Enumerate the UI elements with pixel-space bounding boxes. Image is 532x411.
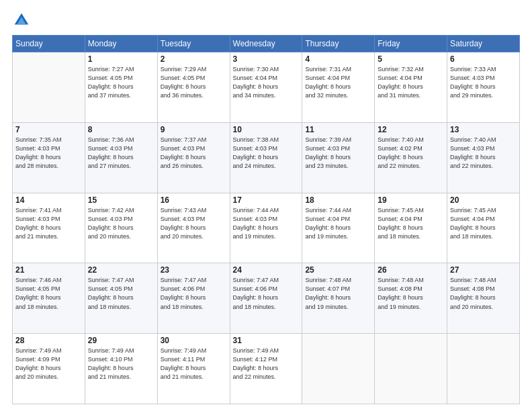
cell-info: Sunrise: 7:48 AMSunset: 4:07 PMDaylight:… [305,276,371,311]
cell-info: Sunrise: 7:49 AMSunset: 4:12 PMDaylight:… [233,347,300,381]
day-number: 12 [378,125,444,134]
day-number: 19 [378,195,444,205]
day-number: 30 [161,336,227,345]
day-header-monday: Monday [85,36,157,52]
calendar-cell: 7Sunrise: 7:35 AMSunset: 4:03 PMDaylight… [13,122,85,193]
cell-info: Sunrise: 7:41 AMSunset: 4:03 PMDaylight:… [15,206,82,241]
calendar-cell: 26Sunrise: 7:48 AMSunset: 4:08 PMDayligh… [375,263,447,334]
calendar-cell: 13Sunrise: 7:40 AMSunset: 4:03 PMDayligh… [447,122,520,193]
cell-info: Sunrise: 7:40 AMSunset: 4:02 PMDaylight:… [378,136,444,171]
calendar-cell: 9Sunrise: 7:37 AMSunset: 4:03 PMDaylight… [157,122,230,193]
day-number: 8 [88,125,154,134]
cell-info: Sunrise: 7:48 AMSunset: 4:08 PMDaylight:… [378,276,444,311]
day-number: 10 [233,125,300,134]
cell-info: Sunrise: 7:27 AMSunset: 4:05 PMDaylight:… [88,65,154,100]
calendar-cell: 12Sunrise: 7:40 AMSunset: 4:02 PMDayligh… [375,122,447,193]
calendar-cell: 20Sunrise: 7:45 AMSunset: 4:04 PMDayligh… [447,193,520,263]
cell-info: Sunrise: 7:46 AMSunset: 4:05 PMDaylight:… [15,276,82,311]
calendar-cell: 31Sunrise: 7:49 AMSunset: 4:12 PMDayligh… [230,334,302,404]
day-number: 15 [88,195,154,205]
calendar-cell: 5Sunrise: 7:32 AMSunset: 4:04 PMDaylight… [375,52,447,123]
cell-info: Sunrise: 7:42 AMSunset: 4:03 PMDaylight:… [88,206,154,241]
calendar-cell [375,334,447,404]
calendar-cell: 11Sunrise: 7:39 AMSunset: 4:03 PMDayligh… [302,122,375,193]
calendar-cell: 22Sunrise: 7:47 AMSunset: 4:05 PMDayligh… [85,263,157,334]
calendar-week-4: 21Sunrise: 7:46 AMSunset: 4:05 PMDayligh… [13,263,520,334]
calendar-cell: 6Sunrise: 7:33 AMSunset: 4:03 PMDaylight… [447,52,520,123]
day-number: 17 [233,195,300,205]
calendar-cell: 8Sunrise: 7:36 AMSunset: 4:03 PMDaylight… [85,122,157,193]
calendar-cell: 19Sunrise: 7:45 AMSunset: 4:04 PMDayligh… [375,193,447,263]
calendar-week-3: 14Sunrise: 7:41 AMSunset: 4:03 PMDayligh… [13,193,520,263]
calendar-table: SundayMondayTuesdayWednesdayThursdayFrid… [12,35,520,404]
day-number: 23 [161,265,227,275]
day-number: 5 [378,54,444,64]
day-number: 7 [15,125,82,134]
calendar-cell: 25Sunrise: 7:48 AMSunset: 4:07 PMDayligh… [302,263,375,334]
calendar-week-5: 28Sunrise: 7:49 AMSunset: 4:09 PMDayligh… [13,334,520,404]
calendar-cell: 16Sunrise: 7:43 AMSunset: 4:03 PMDayligh… [157,193,230,263]
cell-info: Sunrise: 7:31 AMSunset: 4:04 PMDaylight:… [305,65,371,100]
logo-icon [12,11,31,30]
cell-info: Sunrise: 7:37 AMSunset: 4:03 PMDaylight:… [161,136,227,171]
day-number: 9 [161,125,227,134]
day-header-saturday: Saturday [447,36,520,52]
calendar-cell: 4Sunrise: 7:31 AMSunset: 4:04 PMDaylight… [302,52,375,123]
cell-info: Sunrise: 7:48 AMSunset: 4:08 PMDaylight:… [450,276,517,311]
cell-info: Sunrise: 7:30 AMSunset: 4:04 PMDaylight:… [233,65,300,100]
day-number: 22 [88,265,154,275]
cell-info: Sunrise: 7:49 AMSunset: 4:11 PMDaylight:… [161,347,227,381]
page: SundayMondayTuesdayWednesdayThursdayFrid… [0,0,532,411]
calendar-week-1: 1Sunrise: 7:27 AMSunset: 4:05 PMDaylight… [13,52,520,123]
day-number: 16 [161,195,227,205]
day-number: 14 [15,195,82,205]
calendar-cell [302,334,375,404]
day-header-tuesday: Tuesday [157,36,230,52]
cell-info: Sunrise: 7:49 AMSunset: 4:09 PMDaylight:… [15,347,82,381]
cell-info: Sunrise: 7:47 AMSunset: 4:06 PMDaylight:… [233,276,300,311]
header [12,11,520,30]
cell-info: Sunrise: 7:47 AMSunset: 4:05 PMDaylight:… [88,276,154,311]
cell-info: Sunrise: 7:44 AMSunset: 4:04 PMDaylight:… [305,206,371,241]
calendar-cell: 15Sunrise: 7:42 AMSunset: 4:03 PMDayligh… [85,193,157,263]
cell-info: Sunrise: 7:45 AMSunset: 4:04 PMDaylight:… [378,206,444,241]
calendar-cell [13,52,85,123]
calendar-cell: 14Sunrise: 7:41 AMSunset: 4:03 PMDayligh… [13,193,85,263]
day-number: 2 [161,54,227,64]
calendar-cell: 29Sunrise: 7:49 AMSunset: 4:10 PMDayligh… [85,334,157,404]
cell-info: Sunrise: 7:47 AMSunset: 4:06 PMDaylight:… [161,276,227,311]
calendar-cell [447,334,520,404]
cell-info: Sunrise: 7:29 AMSunset: 4:05 PMDaylight:… [161,65,227,100]
day-number: 28 [15,336,82,345]
day-number: 26 [378,265,444,275]
day-number: 18 [305,195,371,205]
calendar-cell: 27Sunrise: 7:48 AMSunset: 4:08 PMDayligh… [447,263,520,334]
day-number: 13 [450,125,517,134]
cell-info: Sunrise: 7:44 AMSunset: 4:03 PMDaylight:… [233,206,300,241]
day-number: 11 [305,125,371,134]
day-number: 1 [88,54,154,64]
calendar-cell: 23Sunrise: 7:47 AMSunset: 4:06 PMDayligh… [157,263,230,334]
calendar-cell: 10Sunrise: 7:38 AMSunset: 4:03 PMDayligh… [230,122,302,193]
day-number: 6 [450,54,517,64]
calendar-cell: 3Sunrise: 7:30 AMSunset: 4:04 PMDaylight… [230,52,302,123]
cell-info: Sunrise: 7:49 AMSunset: 4:10 PMDaylight:… [88,347,154,381]
calendar-cell: 2Sunrise: 7:29 AMSunset: 4:05 PMDaylight… [157,52,230,123]
calendar-cell: 30Sunrise: 7:49 AMSunset: 4:11 PMDayligh… [157,334,230,404]
calendar-week-2: 7Sunrise: 7:35 AMSunset: 4:03 PMDaylight… [13,122,520,193]
day-number: 31 [233,336,300,345]
day-number: 24 [233,265,300,275]
day-number: 3 [233,54,300,64]
cell-info: Sunrise: 7:36 AMSunset: 4:03 PMDaylight:… [88,136,154,171]
calendar-cell: 21Sunrise: 7:46 AMSunset: 4:05 PMDayligh… [13,263,85,334]
day-header-thursday: Thursday [302,36,375,52]
cell-info: Sunrise: 7:45 AMSunset: 4:04 PMDaylight:… [450,206,517,241]
calendar-cell: 28Sunrise: 7:49 AMSunset: 4:09 PMDayligh… [13,334,85,404]
day-header-sunday: Sunday [13,36,85,52]
calendar-cell: 24Sunrise: 7:47 AMSunset: 4:06 PMDayligh… [230,263,302,334]
calendar-header-row: SundayMondayTuesdayWednesdayThursdayFrid… [13,36,520,52]
cell-info: Sunrise: 7:43 AMSunset: 4:03 PMDaylight:… [161,206,227,241]
day-header-friday: Friday [375,36,447,52]
day-number: 20 [450,195,517,205]
calendar-cell: 1Sunrise: 7:27 AMSunset: 4:05 PMDaylight… [85,52,157,123]
